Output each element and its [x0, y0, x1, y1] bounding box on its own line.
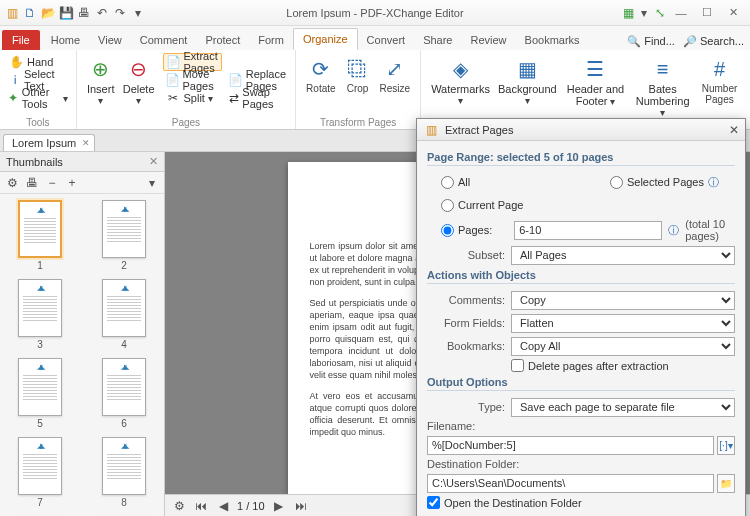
rotate-pages[interactable]: ⟳Rotate [302, 53, 339, 96]
dest-input[interactable] [427, 474, 714, 493]
ribbon-tabstrip: File Home View Comment Protect Form Orga… [0, 26, 750, 50]
dest-label: Destination Folder: [427, 458, 735, 470]
total-pages-label: (total 10 pages) [685, 218, 735, 242]
number-pages[interactable]: #Number Pages [695, 53, 744, 120]
swap-pages[interactable]: ⇄Swap Pages [226, 89, 289, 107]
nav-prev-icon[interactable]: ◀ [215, 498, 231, 514]
actions-header: Actions with Objects [427, 269, 735, 284]
output-header: Output Options [427, 376, 735, 391]
tab-protect[interactable]: Protect [196, 30, 249, 50]
tab-organize[interactable]: Organize [293, 28, 358, 50]
radio-pages[interactable]: Pages: [441, 224, 492, 237]
tab-bookmarks[interactable]: Bookmarks [516, 30, 589, 50]
pages-group-label: Pages [83, 117, 289, 128]
insert-pages[interactable]: ⊕Insert▾ [83, 53, 119, 108]
filename-macro-button[interactable]: [·]▾ [717, 436, 735, 455]
thumbnail-page-8[interactable]: 8 [90, 437, 158, 508]
qat-new-icon[interactable]: 🗋 [22, 5, 38, 21]
thumbnail-page-6[interactable]: 6 [90, 358, 158, 429]
delete-pages[interactable]: ⊖Delete▾ [119, 53, 159, 108]
crop-pages[interactable]: ⿻Crop [340, 53, 376, 96]
filename-input[interactable] [427, 436, 714, 455]
tab-share[interactable]: Share [414, 30, 461, 50]
bates-numbering[interactable]: ≡Bates Numbering ▾ [630, 53, 695, 120]
thumb-print-icon[interactable]: 🖶 [24, 175, 40, 191]
thumbnails-close-icon[interactable]: ✕ [149, 155, 158, 168]
pages-input[interactable] [514, 221, 662, 240]
background[interactable]: ▦Background ▾ [494, 53, 561, 120]
file-tab[interactable]: File [2, 30, 40, 50]
thumbnail-page-3[interactable]: 3 [6, 279, 74, 350]
header-footer[interactable]: ☰Header and Footer ▾ [561, 53, 630, 120]
tab-comment[interactable]: Comment [131, 30, 197, 50]
resize-pages[interactable]: ⤢Resize [376, 53, 415, 96]
thumbnail-page-4[interactable]: 4 [90, 279, 158, 350]
tab-home[interactable]: Home [42, 30, 89, 50]
browse-folder-button[interactable]: 📁 [717, 474, 735, 493]
search-button[interactable]: 🔎 Search... [683, 35, 744, 48]
dialog-close-icon[interactable]: ✕ [729, 123, 739, 137]
thumb-options-icon[interactable]: ⚙ [4, 175, 20, 191]
qat-open-icon[interactable]: 📂 [40, 5, 56, 21]
watermarks[interactable]: ◈Watermarks ▾ [427, 53, 494, 120]
pages-info-icon[interactable]: ⓘ [668, 223, 679, 238]
page-range-header: Page Range: selected 5 of 10 pages [427, 151, 735, 166]
tab-form[interactable]: Form [249, 30, 293, 50]
thumbnail-page-7[interactable]: 7 [6, 437, 74, 508]
thumb-zoomin-icon[interactable]: + [64, 175, 80, 191]
dialog-title: Extract Pages [445, 124, 513, 136]
thumb-zoomout-icon[interactable]: − [44, 175, 60, 191]
thumb-more-icon[interactable]: ▾ [144, 175, 160, 191]
subset-label: Subset: [427, 249, 505, 261]
other-tools[interactable]: ✦Other Tools ▾ [6, 89, 70, 107]
ribbon-style-icon[interactable]: ▦ [620, 5, 636, 21]
maximize-button[interactable]: ☐ [694, 3, 720, 23]
dialog-icon: ▥ [423, 122, 439, 138]
radio-selected[interactable]: Selected Pages ⓘ [610, 175, 719, 190]
tab-view[interactable]: View [89, 30, 131, 50]
tab-convert[interactable]: Convert [358, 30, 415, 50]
document-tab[interactable]: Lorem Ipsum✕ [3, 134, 95, 151]
ribbon-dropdown-icon[interactable]: ▾ [636, 5, 652, 21]
find-button[interactable]: 🔍 Find... [627, 35, 675, 48]
nav-options-icon[interactable]: ⚙ [171, 498, 187, 514]
qat-undo-icon[interactable]: ↶ [94, 5, 110, 21]
formfields-select[interactable]: Flatten [511, 314, 735, 333]
radio-current[interactable]: Current Page [441, 199, 523, 212]
split-pages[interactable]: ✂Split ▾ [163, 89, 222, 107]
nav-next-icon[interactable]: ▶ [271, 498, 287, 514]
nav-first-icon[interactable]: ⏮ [193, 498, 209, 514]
minimize-button[interactable]: — [668, 3, 694, 23]
delete-after-checkbox[interactable]: Delete pages after extraction [511, 359, 735, 372]
qat-dropdown-icon[interactable]: ▾ [130, 5, 146, 21]
type-label: Type: [427, 401, 505, 413]
ribbon-collapse-icon[interactable]: ⤡ [652, 5, 668, 21]
thumbnails-panel: Thumbnails ✕ ⚙ 🖶 − + ▾ 12345678910 [0, 152, 165, 516]
thumbnail-page-1[interactable]: 1 [6, 200, 74, 271]
qat-redo-icon[interactable]: ↷ [112, 5, 128, 21]
transform-group-label: Transform Pages [302, 117, 414, 128]
close-button[interactable]: ✕ [720, 3, 746, 23]
qat-print-icon[interactable]: 🖶 [76, 5, 92, 21]
formfields-label: Form Fields: [427, 317, 505, 329]
page-indicator[interactable]: 1 / 10 [237, 500, 265, 512]
subset-select[interactable]: All Pages [511, 246, 735, 265]
tab-review[interactable]: Review [461, 30, 515, 50]
comments-label: Comments: [427, 294, 505, 306]
open-dest-checkbox[interactable]: Open the Destination Folder [427, 496, 735, 509]
filename-label: Filename: [427, 420, 735, 432]
bookmarks-select[interactable]: Copy All [511, 337, 735, 356]
tools-group-label: Tools [6, 117, 70, 128]
thumbnail-page-5[interactable]: 5 [6, 358, 74, 429]
info-icon[interactable]: ⓘ [708, 175, 719, 190]
thumbnails-list[interactable]: 12345678910 [0, 194, 164, 516]
close-tab-icon[interactable]: ✕ [82, 138, 90, 148]
thumbnail-page-2[interactable]: 2 [90, 200, 158, 271]
qat-save-icon[interactable]: 💾 [58, 5, 74, 21]
nav-last-icon[interactable]: ⏭ [293, 498, 309, 514]
type-select[interactable]: Save each page to separate file [511, 398, 735, 417]
comments-select[interactable]: Copy [511, 291, 735, 310]
titlebar: ▥ 🗋 📂 💾 🖶 ↶ ↷ ▾ Lorem Ipsum - PDF-XChang… [0, 0, 750, 26]
radio-all[interactable]: All [441, 176, 470, 189]
move-pages[interactable]: 📄Move Pages [163, 71, 222, 89]
